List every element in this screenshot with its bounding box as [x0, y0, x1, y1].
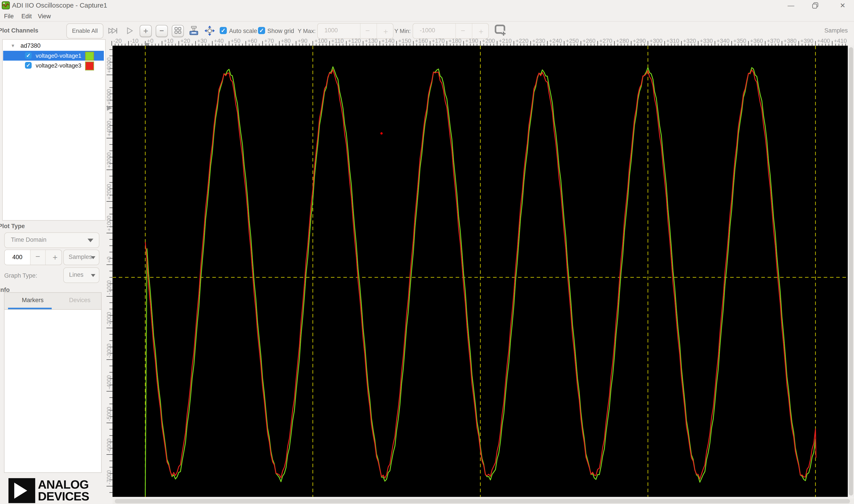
svg-text:+6000: +6000: [106, 57, 112, 73]
svg-text:+120: +120: [348, 37, 361, 44]
horizontal-scrollbar-thumb[interactable]: [115, 499, 850, 503]
y-max-label: Y Max:: [298, 28, 315, 35]
channel-label: voltage2-voltage3: [36, 62, 81, 69]
channel-color-swatch[interactable]: [85, 61, 94, 70]
minimize-button[interactable]: —: [784, 2, 798, 9]
svg-text:+350: +350: [733, 37, 746, 44]
chevron-down-icon: [91, 256, 95, 259]
logo-line2: DEVICES: [38, 490, 89, 502]
svg-text:-2000: -2000: [106, 312, 112, 326]
sample-count-decrement[interactable]: −: [35, 252, 40, 261]
logo-line1: ANALOG: [38, 479, 89, 490]
svg-text:+170: +170: [432, 37, 445, 44]
show-grid-label: Show grid: [267, 28, 294, 35]
svg-text:+90: +90: [298, 37, 307, 44]
svg-text:+390: +390: [800, 37, 814, 44]
tree-expander-icon[interactable]: ▼: [11, 43, 15, 48]
plot-type-header: Plot Type: [0, 223, 25, 230]
svg-text:+220: +220: [515, 37, 528, 44]
channel-color-swatch[interactable]: [85, 52, 94, 60]
svg-text:+270: +270: [599, 37, 612, 44]
plot-channels-header: Plot Channels: [0, 27, 38, 34]
menu-file[interactable]: File: [4, 13, 14, 20]
show-grid-checkbox[interactable]: ✓: [258, 27, 265, 34]
close-button[interactable]: ✕: [836, 2, 849, 9]
new-plot-icon[interactable]: [494, 23, 508, 37]
sample-count-value: 400: [5, 250, 31, 265]
info-tabs: Markers Devices: [4, 292, 102, 310]
auto-scale-checkbox[interactable]: ✓: [220, 27, 227, 34]
svg-text:-3000: -3000: [106, 344, 112, 358]
tile-windows-button[interactable]: [172, 25, 184, 37]
svg-text:+80: +80: [281, 37, 291, 44]
menu-view[interactable]: View: [38, 13, 51, 20]
svg-text:+0: +0: [106, 256, 112, 263]
vertical-scrollbar-thumb[interactable]: [849, 47, 853, 496]
svg-text:+330: +330: [700, 37, 713, 44]
tab-markers[interactable]: Markers: [22, 297, 44, 304]
y-min-decrement[interactable]: −: [461, 26, 465, 35]
svg-text:+180: +180: [449, 37, 462, 44]
zoom-out-button[interactable]: −: [156, 25, 168, 37]
svg-text:+150: +150: [398, 37, 411, 44]
svg-text:+1000: +1000: [106, 216, 112, 231]
y-max-value: 1000: [324, 27, 338, 34]
count-unit-dropdown[interactable]: Samples: [63, 250, 99, 265]
sample-count-increment[interactable]: ＋: [51, 252, 59, 263]
sample-count-spinner[interactable]: 400 − ＋: [4, 250, 62, 265]
svg-text:+340: +340: [716, 37, 730, 44]
channel-row[interactable]: ✓voltage2-voltage3: [3, 60, 104, 70]
x-axis-unit-label: Samples: [824, 27, 848, 34]
tile-windows-icon: [173, 25, 183, 36]
svg-text:-7000: -7000: [106, 470, 112, 484]
y-min-value: -1000: [420, 27, 435, 34]
play-icon[interactable]: [124, 25, 135, 36]
svg-text:+410: +410: [834, 37, 847, 44]
analog-devices-logo-icon: [8, 478, 35, 503]
svg-text:+360: +360: [750, 37, 763, 44]
y-max-increment[interactable]: ＋: [382, 26, 389, 37]
y-min-label: Y Min:: [394, 28, 411, 35]
svg-text:+5000: +5000: [106, 89, 112, 105]
svg-text:+110: +110: [331, 37, 344, 44]
y-min-increment[interactable]: ＋: [477, 26, 485, 37]
menu-edit[interactable]: Edit: [21, 13, 32, 20]
svg-text:+290: +290: [633, 37, 646, 44]
svg-text:+4000: +4000: [106, 121, 112, 137]
vertical-scrollbar[interactable]: [848, 46, 854, 497]
domain-value: Time Domain: [11, 236, 47, 243]
svg-text:+10: +10: [164, 37, 173, 44]
y-max-decrement[interactable]: −: [365, 26, 370, 35]
graph-type-dropdown[interactable]: Lines: [63, 267, 99, 283]
device-tree-row[interactable]: ▼ ad7380: [3, 41, 105, 51]
svg-text:+380: +380: [784, 37, 797, 44]
svg-text:+240: +240: [549, 37, 562, 44]
svg-text:+2000: +2000: [106, 184, 112, 200]
svg-text:+160: +160: [415, 37, 428, 44]
oscilloscope-plot[interactable]: [112, 46, 848, 497]
channel-checkbox[interactable]: ✓: [25, 62, 32, 69]
channel-checkbox[interactable]: ✓: [25, 52, 32, 59]
svg-text:+300: +300: [650, 37, 662, 44]
svg-text:-10: -10: [130, 37, 139, 44]
zoom-in-button[interactable]: ＋: [140, 25, 152, 37]
y-axis-ruler[interactable]: +6000+5000+4000+3000+2000+1000+0-1000-20…: [105, 46, 112, 497]
channel-row[interactable]: ✓voltage0-voltage1: [3, 51, 104, 60]
menu-separator: [0, 21, 854, 22]
app-window: ADI IIO Oscilloscope - Capture1 — ✕ File…: [0, 0, 854, 504]
svg-text:+50: +50: [231, 37, 240, 44]
horizontal-scrollbar[interactable]: [112, 499, 854, 504]
domain-dropdown[interactable]: Time Domain: [4, 232, 99, 248]
save-plot-icon[interactable]: [188, 25, 199, 36]
svg-text:+310: +310: [666, 37, 679, 44]
tab-devices[interactable]: Devices: [69, 297, 90, 304]
svg-text:+230: +230: [532, 37, 545, 44]
enable-all-button[interactable]: Enable All: [67, 23, 103, 38]
svg-text:-5000: -5000: [106, 407, 112, 421]
skip-capture-icon[interactable]: [108, 25, 118, 36]
restore-button[interactable]: [812, 2, 819, 9]
app-icon: [2, 1, 10, 10]
plot-channels-panel: ▼ ad7380 ✓voltage0-voltage1✓voltage2-vol…: [2, 39, 106, 220]
pan-move-icon[interactable]: [204, 25, 215, 36]
svg-text:+250: +250: [566, 37, 579, 44]
